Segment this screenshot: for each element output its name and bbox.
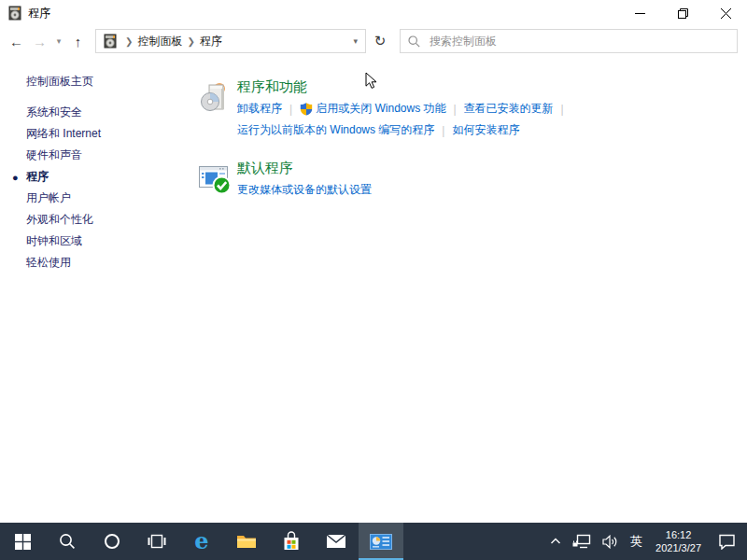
sidebar-item-ease-of-access[interactable]: 轻松使用 bbox=[0, 252, 198, 273]
control-panel-app-icon bbox=[7, 6, 22, 21]
forward-button[interactable]: → bbox=[28, 29, 51, 53]
clock[interactable]: 16:12 2021/3/27 bbox=[648, 528, 709, 554]
network-tray-icon[interactable] bbox=[567, 523, 597, 560]
close-button[interactable] bbox=[704, 0, 747, 26]
link-run-older-programs[interactable]: 运行为以前版本的 Windows 编写的程序 bbox=[237, 122, 434, 138]
search-input[interactable] bbox=[428, 34, 729, 49]
link-change-media-defaults[interactable]: 更改媒体或设备的默认设置 bbox=[237, 182, 372, 198]
control-panel-taskbar-button[interactable] bbox=[359, 523, 403, 560]
action-center-button[interactable] bbox=[709, 523, 747, 560]
link-how-to-install[interactable]: 如何安装程序 bbox=[452, 122, 519, 138]
control-panel-window: 程序 ← → ▾ ↑ bbox=[0, 0, 747, 523]
start-button[interactable] bbox=[0, 523, 45, 560]
window-title: 程序 bbox=[28, 6, 50, 21]
default-programs-title[interactable]: 默认程序 bbox=[237, 160, 372, 177]
search-icon bbox=[408, 35, 420, 48]
uac-shield-icon bbox=[300, 103, 313, 116]
recent-pages-chevron-icon[interactable]: ▾ bbox=[51, 29, 66, 53]
sidebar-item-user-accounts[interactable]: 用户帐户 bbox=[0, 188, 198, 209]
file-explorer-button[interactable] bbox=[224, 523, 269, 560]
link-installed-updates[interactable]: 查看已安装的更新 bbox=[464, 101, 554, 117]
sidebar-item-network-internet[interactable]: 网络和 Internet bbox=[0, 123, 198, 145]
link-uninstall-program[interactable]: 卸载程序 bbox=[237, 101, 282, 117]
cortana-button[interactable] bbox=[90, 523, 134, 560]
breadcrumb-programs[interactable]: 程序 bbox=[200, 34, 222, 49]
sidebar-item-programs[interactable]: ● 程序 bbox=[0, 166, 198, 188]
ime-indicator[interactable]: 英 bbox=[625, 523, 648, 560]
sidebar-item-home[interactable]: 控制面板主页 bbox=[0, 71, 198, 92]
up-button[interactable]: ↑ bbox=[66, 29, 90, 53]
task-view-button[interactable] bbox=[134, 523, 179, 560]
link-separator: | bbox=[561, 103, 564, 116]
show-hidden-icons-button[interactable] bbox=[544, 523, 567, 560]
sidebar-item-hardware-sound[interactable]: 硬件和声音 bbox=[0, 145, 198, 166]
edge-icon: e bbox=[194, 530, 208, 553]
taskbar-search-button[interactable] bbox=[45, 523, 90, 560]
taskbar: e bbox=[0, 523, 747, 560]
refresh-button[interactable]: ↻ bbox=[366, 29, 394, 53]
sidebar-item-clock-region[interactable]: 时钟和区域 bbox=[0, 231, 198, 252]
link-separator: | bbox=[289, 103, 292, 116]
link-separator: | bbox=[453, 103, 456, 116]
clock-date: 2021/3/27 bbox=[655, 541, 701, 554]
breadcrumb-chevron-icon: ❯ bbox=[125, 36, 133, 47]
programs-features-title[interactable]: 程序和功能 bbox=[237, 78, 571, 96]
main-panel: 程序和功能 卸载程序 | bbox=[198, 56, 571, 523]
store-button[interactable] bbox=[269, 523, 314, 560]
back-button[interactable]: ← bbox=[5, 29, 28, 53]
link-separator: | bbox=[442, 124, 444, 137]
programs-features-icon[interactable] bbox=[198, 80, 233, 115]
breadcrumb-chevron-icon: ❯ bbox=[187, 36, 194, 47]
group-programs-features: 程序和功能 卸载程序 | bbox=[198, 78, 571, 144]
link-windows-features-label: 启用或关闭 Windows 功能 bbox=[316, 101, 445, 117]
group-default-programs: 默认程序 更改媒体或设备的默认设置 bbox=[198, 160, 571, 203]
minimize-button[interactable] bbox=[618, 0, 661, 26]
sidebar: 控制面板主页 系统和安全 网络和 Internet 硬件和声音 ● 程序 用户帐… bbox=[0, 56, 198, 523]
mail-button[interactable] bbox=[314, 523, 359, 560]
search-box[interactable] bbox=[400, 29, 738, 53]
content-area: 控制面板主页 系统和安全 网络和 Internet 硬件和声音 ● 程序 用户帐… bbox=[0, 56, 747, 523]
selected-bullet-icon: ● bbox=[12, 172, 19, 183]
clock-time: 16:12 bbox=[655, 528, 701, 541]
location-icon bbox=[103, 34, 118, 49]
default-programs-icon[interactable] bbox=[198, 161, 233, 196]
breadcrumb-control-panel[interactable]: 控制面板 bbox=[137, 34, 182, 49]
edge-button[interactable]: e bbox=[179, 523, 224, 560]
sidebar-item-label: 程序 bbox=[26, 169, 49, 185]
address-bar[interactable]: ❯ 控制面板 ❯ 程序 ▾ bbox=[95, 29, 366, 53]
navigation-bar: ← → ▾ ↑ ❯ 控制面板 ❯ 程序 ▾ ↻ bbox=[0, 26, 747, 56]
volume-tray-icon[interactable] bbox=[597, 523, 625, 560]
sidebar-item-system-security[interactable]: 系统和安全 bbox=[0, 102, 198, 123]
titlebar: 程序 bbox=[0, 0, 747, 26]
restore-button[interactable] bbox=[661, 0, 704, 26]
address-dropdown-icon[interactable]: ▾ bbox=[349, 36, 361, 46]
sidebar-item-appearance[interactable]: 外观和个性化 bbox=[0, 209, 198, 231]
link-windows-features[interactable]: 启用或关闭 Windows 功能 bbox=[300, 101, 445, 117]
